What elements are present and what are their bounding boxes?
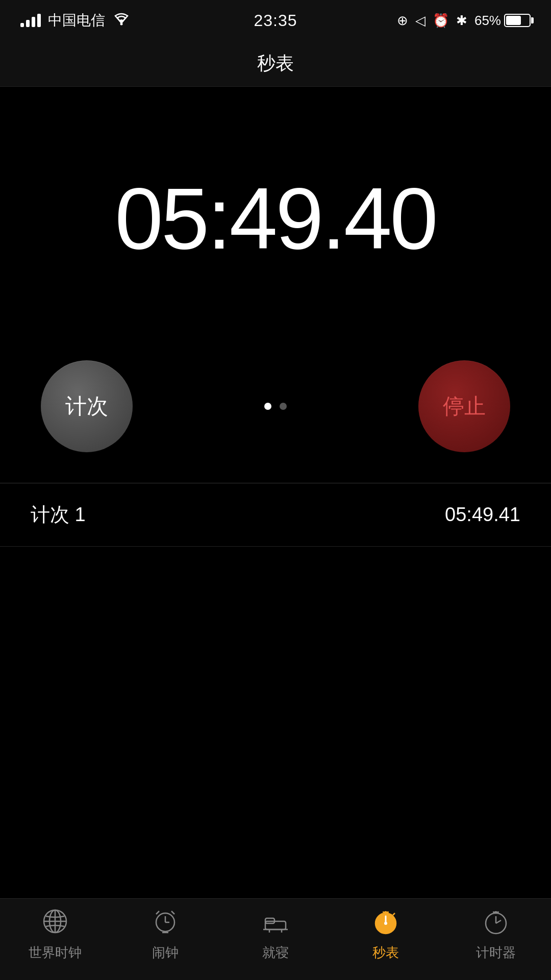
dot-1 bbox=[264, 403, 271, 410]
lap-button[interactable]: 计次 bbox=[41, 360, 133, 452]
bluetooth-icon: ✱ bbox=[456, 13, 467, 29]
tab-stopwatch-label: 秒表 bbox=[372, 944, 399, 962]
svg-line-8 bbox=[156, 911, 159, 914]
tab-bar: 世界时钟 闹钟 就寝 bbox=[0, 898, 551, 980]
carrier-name: 中国电信 bbox=[48, 11, 105, 30]
battery-icon bbox=[504, 14, 531, 27]
battery-percentage: 65% bbox=[474, 13, 501, 29]
tab-sleep[interactable]: 就寝 bbox=[235, 907, 316, 962]
worldclock-icon bbox=[41, 907, 69, 940]
lap-list: 计次 1 05:49.41 bbox=[0, 483, 551, 898]
tab-worldclock[interactable]: 世界时钟 bbox=[14, 907, 96, 962]
svg-point-19 bbox=[384, 922, 387, 925]
svg-line-22 bbox=[393, 913, 395, 915]
tab-timer[interactable]: 计时器 bbox=[455, 907, 537, 962]
lap-name: 计次 1 bbox=[31, 502, 86, 528]
location-icon: ⊕ bbox=[397, 13, 408, 29]
controls-area: 计次 停止 bbox=[0, 360, 551, 452]
compass-icon: ◁ bbox=[415, 13, 425, 29]
page-title: 秒表 bbox=[257, 51, 294, 76]
alarm-tab-icon bbox=[151, 907, 180, 940]
tab-stopwatch[interactable]: 秒表 bbox=[345, 907, 427, 962]
dot-2 bbox=[280, 403, 287, 410]
sleep-icon bbox=[261, 907, 290, 940]
status-left: 中国电信 bbox=[20, 11, 131, 30]
timer-icon bbox=[482, 907, 510, 940]
svg-line-9 bbox=[171, 911, 174, 914]
main-content: 05:49.40 计次 停止 计次 1 05:49.41 bbox=[0, 87, 551, 898]
svg-rect-11 bbox=[265, 921, 286, 929]
tab-alarm-label: 闹钟 bbox=[152, 944, 179, 962]
tab-sleep-label: 就寝 bbox=[262, 944, 289, 962]
lap-item: 计次 1 05:49.41 bbox=[0, 483, 551, 547]
tab-worldclock-label: 世界时钟 bbox=[29, 944, 82, 962]
wifi-icon bbox=[112, 12, 131, 30]
navigation-bar: 秒表 bbox=[0, 41, 551, 87]
tab-timer-label: 计时器 bbox=[476, 944, 516, 962]
lap-time: 05:49.41 bbox=[445, 504, 520, 526]
page-dots bbox=[264, 403, 287, 410]
svg-point-0 bbox=[120, 22, 123, 25]
svg-line-25 bbox=[496, 920, 501, 923]
tab-alarm[interactable]: 闹钟 bbox=[124, 907, 206, 962]
status-right: ⊕ ◁ ⏰ ✱ 65% bbox=[397, 13, 531, 29]
status-bar: 中国电信 23:35 ⊕ ◁ ⏰ ✱ 65% bbox=[0, 0, 551, 41]
status-time: 23:35 bbox=[254, 11, 297, 30]
stop-button[interactable]: 停止 bbox=[418, 360, 510, 452]
timer-display: 05:49.40 bbox=[0, 87, 551, 330]
battery-indicator: 65% bbox=[474, 13, 531, 29]
alarm-icon: ⏰ bbox=[433, 13, 449, 29]
signal-icon bbox=[20, 14, 41, 27]
stopwatch-icon bbox=[371, 907, 400, 940]
timer-value: 05:49.40 bbox=[115, 168, 436, 268]
